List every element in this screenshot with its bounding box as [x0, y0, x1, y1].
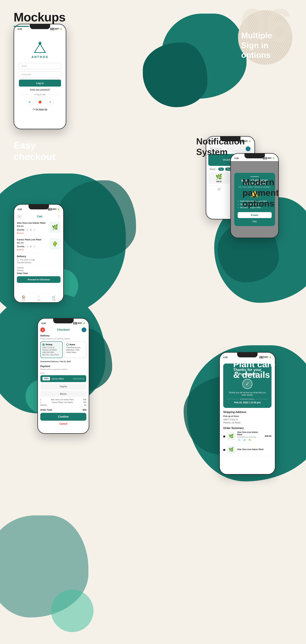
subtotal-label: Subtotal	[17, 267, 24, 269]
checkout-notch	[53, 318, 74, 323]
cart-item-2-qty: Quantity ‹ 1 ›	[17, 245, 48, 248]
likes-nav-icon: ♡	[37, 295, 40, 299]
status-icons: ▐▐▐ WiFi 🔋	[50, 28, 62, 30]
page-title-area: Mockups	[13, 10, 65, 27]
checkout-user-icon: 👤	[82, 328, 86, 332]
email-field[interactable]: Email	[19, 63, 61, 69]
visa-badge: VISA	[42, 377, 50, 380]
google-signin-button[interactable]: G	[26, 98, 33, 106]
modern-payment-line3: options	[242, 198, 279, 209]
shipping-address-section: Shipping Address Pick-up at Store: 10827…	[223, 410, 272, 424]
order-item-1-name: Aloe Vera Live Indoor Plant	[51, 398, 74, 400]
blob-dark-teal	[143, 42, 207, 107]
signup-text: Or Or Sign Up	[33, 108, 47, 110]
cart-gift-row: This order is a gift	[17, 259, 60, 261]
shipping-title: Shipping Address	[223, 410, 272, 414]
phone-checkout: 4:20 ▐▐▐ WiFi 🔋 ✕ Checkout 👤 Delivery Pl…	[37, 318, 89, 434]
confirm-item-2: 🌿 Aloe Vera Live Indoor Plant	[223, 445, 272, 456]
cart-nav-icon: 🛒	[52, 295, 56, 299]
password-field[interactable]: Password	[19, 71, 61, 78]
cart-back-button[interactable]: ‹	[17, 214, 21, 219]
cart-header: ‹ Cart ♡	[17, 214, 60, 220]
notif-enable-button[interactable]: Enable	[238, 212, 272, 218]
cancel-button[interactable]: Cancel	[40, 422, 86, 425]
home-option-title: Home	[66, 344, 84, 346]
qty-increase-1[interactable]: ›	[33, 228, 36, 231]
nav-home[interactable]: 🏠 Home	[21, 295, 26, 301]
order-delivery-row: Delivery $5	[40, 404, 86, 406]
pickup-address: 10827 S 51st St Phoenix, AZ 85044 (480) …	[42, 346, 61, 356]
qty-decrease-1[interactable]: ‹	[26, 228, 29, 231]
estimated-label: Estimated Delivery	[240, 398, 254, 400]
notif-wifi: WiFi	[268, 157, 272, 160]
proceed-checkout-button[interactable]: Proceed to Checkout	[17, 276, 60, 283]
qty-increase-2[interactable]: ›	[33, 245, 36, 248]
confirm-button[interactable]: Confirm	[40, 413, 86, 421]
feature-notification-system: Notification System	[196, 136, 245, 157]
social-icons: G 🍎 f	[26, 98, 54, 106]
gift-label: This order is a gift	[20, 259, 35, 261]
cart-remove-1[interactable]: Remove	[17, 232, 48, 234]
delivery-label: Delivery	[17, 270, 24, 272]
facebook-signin-button[interactable]: f	[46, 98, 54, 106]
home-option[interactable]: Home 5 Deerfield Avenue, Middletown, 645…	[64, 342, 86, 358]
cart-total-row: Order Total	[17, 272, 60, 274]
checkout-header: ✕ Checkout 👤	[40, 328, 86, 332]
pickup-title: Pickup	[42, 344, 61, 346]
order-total-value: $58	[83, 408, 86, 411]
paypal-option[interactable]: PayPal	[40, 384, 86, 390]
qty-decrease-2[interactable]: ‹	[26, 245, 29, 248]
login-button[interactable]: Log in	[19, 80, 61, 86]
cart-item-2: Cactus Plant Live Plant $15.00 Quantity …	[17, 238, 60, 253]
cart-item-2-name: Cactus Plant Live Plant	[17, 238, 48, 241]
confirm-time: 4:20	[223, 356, 228, 358]
page-title: Mockups	[13, 10, 65, 24]
confirm-item-1-price: $38.65	[265, 435, 272, 437]
forgot-password-link[interactable]: forgot your password?	[30, 88, 50, 91]
order-item-1-qty: 1	[40, 398, 41, 400]
divider-estimated: Estimated Delivery	[227, 398, 268, 400]
category-zai[interactable]: Zai	[218, 168, 224, 171]
checkout-close-button[interactable]: ✕	[40, 328, 45, 332]
cart-item-1-price: $38.65	[17, 225, 48, 228]
pickup-option[interactable]: Pickup 10827 S 51st St Phoenix, AZ 85044…	[40, 342, 63, 358]
card-payment-option[interactable]: VISA James Miles xxxxxxxxxxxx	[40, 375, 86, 382]
pickup-label: Pickup	[46, 344, 52, 346]
cart-battery: 🔋	[57, 208, 60, 210]
cart-heart-icon: ♡	[58, 215, 60, 218]
check-icon-1: ✓	[238, 200, 239, 202]
signup-link[interactable]: Or Sign Up	[36, 108, 47, 110]
confirm-signal: ▐▐▐	[259, 356, 263, 358]
feature-modern-payment: Modern payment options	[242, 177, 279, 209]
order-items: 1 Aloe Vera Live Indoor Plant $38 1 Cact…	[40, 398, 86, 406]
feature-label-3: options	[241, 50, 272, 60]
wifi-icon: WiFi	[55, 28, 59, 30]
card-masked: xxxxxxxxxxxx	[73, 378, 84, 380]
nav-likes[interactable]: ♡ Likes	[37, 295, 41, 301]
modern-payment-line2: payment	[242, 188, 279, 198]
cart-item-1-qty: Quantity ‹ 1 ›	[17, 228, 48, 231]
cart-delivery-title: Delivery	[17, 255, 60, 258]
checkout-battery: 🔋	[83, 322, 85, 324]
home-option-address: 5 Deerfield Avenue, Middletown, 6453 Uni…	[66, 346, 84, 354]
order-delivery-cost: $5	[84, 404, 86, 406]
item-dot-2	[223, 449, 225, 451]
thanks-desc: Shortly you will recieve an email with y…	[227, 392, 268, 396]
cart-remove-2[interactable]: Remove	[17, 249, 48, 251]
time: 4:20	[17, 28, 22, 30]
cart-wifi: WiFi	[52, 208, 57, 210]
order-item-2-price: $15	[83, 401, 86, 403]
home-nav-cart-icon[interactable]: 🛒	[217, 187, 221, 191]
cart-item-1-name: Aloe Vera Live Indoor Plant	[17, 222, 48, 224]
apple-signin-button[interactable]: 🍎	[36, 98, 44, 106]
category-bonsai[interactable]: Bonsai	[208, 168, 217, 171]
feature-plant-care: Plant care & details	[233, 359, 275, 380]
bitcoin-option[interactable]: Bitcoin	[40, 391, 86, 397]
apple-icon: 🍎	[38, 100, 42, 104]
gift-checkbox[interactable]	[17, 259, 19, 261]
phone-login: 4:20 ▐▐▐ WiFi 🔋 ANTHOS Email Password	[13, 24, 66, 129]
nav-cart[interactable]: 🛒 Cart	[52, 295, 56, 301]
notif-skip-button[interactable]: Skip	[238, 220, 272, 223]
product-card-1[interactable]: 🌿 $38.65	[208, 172, 230, 184]
confirm-battery: 🔋	[269, 356, 272, 358]
